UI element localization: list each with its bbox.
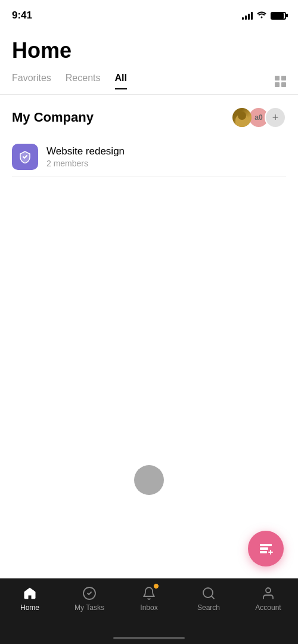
tab-recents[interactable]: Recents — [66, 73, 101, 89]
tab-bar-item-search[interactable]: Search — [185, 586, 232, 612]
company-section: My Company a0 + Website redesign 2 membe… — [0, 95, 298, 182]
inbox-icon — [141, 586, 157, 601]
svg-point-8 — [266, 588, 271, 593]
company-header: My Company a0 + — [12, 107, 286, 128]
account-icon — [260, 586, 276, 601]
tab-bar-label-home: Home — [20, 603, 39, 612]
svg-rect-2 — [260, 551, 267, 553]
tab-bar-label-inbox: Inbox — [140, 603, 157, 612]
avatar-add[interactable]: + — [265, 107, 286, 128]
tab-bar: Home My Tasks Inbox Searc — [0, 578, 298, 644]
project-name: Website redesign — [46, 145, 286, 157]
battery-icon — [271, 12, 286, 20]
svg-rect-0 — [260, 544, 272, 546]
search-icon — [201, 586, 216, 601]
signal-icon — [242, 11, 253, 20]
project-icon — [12, 144, 38, 170]
tab-bar-item-my-tasks[interactable]: My Tasks — [66, 586, 113, 612]
tab-bar-item-inbox[interactable]: Inbox — [125, 586, 173, 612]
inbox-badge — [153, 583, 159, 589]
home-icon — [22, 586, 38, 601]
avatar-group: a0 + — [231, 107, 286, 128]
status-time: 9:41 — [12, 10, 32, 21]
page-title: Home — [12, 38, 286, 63]
grid-view-icon[interactable] — [275, 76, 286, 87]
add-task-fab[interactable] — [248, 531, 284, 566]
tab-bar-item-account[interactable]: Account — [244, 586, 292, 612]
tab-bar-label-account: Account — [255, 603, 281, 612]
filter-tabs: Favorites Recents All — [0, 68, 298, 95]
status-icons — [242, 10, 286, 21]
tab-favorites[interactable]: Favorites — [12, 73, 51, 89]
status-bar: 9:41 — [0, 0, 298, 29]
project-info: Website redesign 2 members — [46, 145, 286, 168]
tab-bar-label-my-tasks: My Tasks — [74, 603, 104, 612]
project-members: 2 members — [46, 159, 286, 168]
company-name: My Company — [12, 110, 94, 125]
tab-bar-item-home[interactable]: Home — [6, 586, 54, 612]
my-tasks-icon — [82, 586, 97, 601]
home-indicator — [113, 637, 185, 639]
tab-all[interactable]: All — [115, 73, 127, 89]
page-title-section: Home — [0, 29, 298, 68]
tab-bar-label-search: Search — [197, 603, 220, 612]
svg-rect-1 — [260, 547, 268, 550]
wifi-icon — [256, 10, 267, 21]
loading-indicator — [134, 465, 164, 495]
project-item[interactable]: Website redesign 2 members — [12, 138, 286, 177]
avatar-user1 — [231, 107, 253, 128]
